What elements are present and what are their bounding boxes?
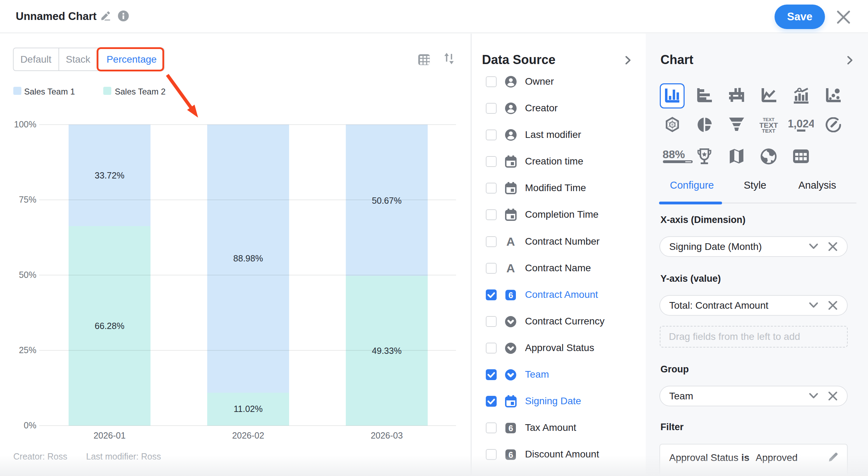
svg-text:88%: 88%: [663, 148, 685, 161]
svg-text:TEXT: TEXT: [762, 128, 775, 133]
svg-text:1,024: 1,024: [789, 118, 814, 130]
